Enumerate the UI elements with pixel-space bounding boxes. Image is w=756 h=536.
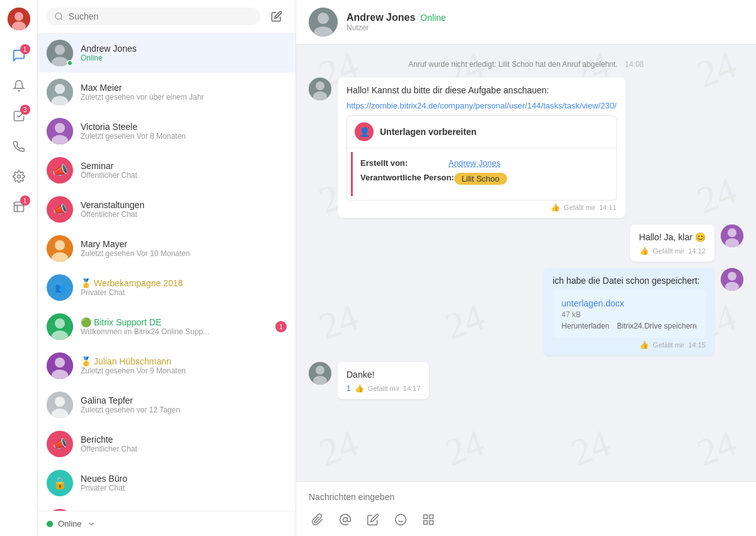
nav-icons-bar: 1 3 1 bbox=[0, 0, 38, 536]
reports-badge: 1 bbox=[20, 195, 30, 206]
search-bar[interactable] bbox=[47, 8, 260, 25]
system-message: Anruf wurde nicht erledigt: Lilit Schoo … bbox=[309, 57, 743, 71]
nav-settings-icon[interactable] bbox=[5, 163, 33, 190]
svg-point-22 bbox=[55, 318, 65, 329]
task-creator[interactable]: Andrew Jones bbox=[449, 158, 500, 168]
contact-item[interactable]: 📣 Veranstaltungen Öffentlicher Chat bbox=[38, 190, 295, 229]
file-card: unterlagen.docx 47 kB Herunterladen Bitr… bbox=[553, 290, 706, 338]
file-size: 47 kB bbox=[561, 310, 697, 319]
contact-item[interactable]: Galina Tepfer Zuletzt gesehen vor 12 Tag… bbox=[38, 385, 295, 424]
file-download[interactable]: Herunterladen bbox=[561, 322, 609, 330]
message-text: Hallo! Kannst du bitte dir diese Aufgabe… bbox=[346, 84, 617, 97]
avatar: 📣 bbox=[47, 431, 73, 457]
like-label: Gefällt mir bbox=[653, 247, 684, 255]
svg-point-7 bbox=[55, 13, 62, 19]
nav-bell-icon[interactable] bbox=[5, 72, 33, 100]
chat-messages: Anruf wurde nicht erledigt: Lilit Schoo … bbox=[296, 45, 756, 481]
message-meta: 👍 Gefällt mir 14:12 bbox=[639, 247, 706, 255]
contact-item[interactable]: 👥 🥇 Werbekampagne 2018 Privater Chat bbox=[38, 268, 295, 307]
chat-header-avatar bbox=[309, 8, 338, 37]
svg-point-10 bbox=[55, 45, 65, 55]
svg-rect-49 bbox=[424, 515, 428, 519]
contact-item[interactable]: Mary Mayer Zuletzt gesehen Vor 10 Monate… bbox=[38, 229, 295, 268]
nav-tasks-icon[interactable]: 3 bbox=[5, 102, 33, 130]
edit-icon[interactable] bbox=[364, 511, 382, 528]
avatar bbox=[47, 352, 73, 379]
contact-status: Willkommen im Bitrix24 Online Supp... bbox=[81, 327, 268, 336]
contact-status: Zuletzt gesehen Vor 9 Monaten bbox=[81, 366, 287, 375]
contact-list: Andrew Jones Online Max Meier Zuletzt ge… bbox=[38, 33, 295, 511]
svg-point-37 bbox=[728, 228, 736, 237]
contact-name: Victoria Steele bbox=[81, 122, 287, 132]
nav-user-avatar[interactable] bbox=[5, 6, 33, 34]
contact-item[interactable]: Andrew Jones Online bbox=[38, 33, 295, 73]
message-link[interactable]: https://zombie.bitrix24.de/company/perso… bbox=[346, 101, 617, 110]
contact-status: Öffentlicher Chat bbox=[81, 210, 287, 219]
search-icon bbox=[54, 11, 64, 21]
message-input[interactable] bbox=[309, 489, 743, 504]
nav-phone-icon[interactable] bbox=[5, 132, 33, 160]
contact-item[interactable]: 📣 Seminar Öffentlicher Chat bbox=[38, 151, 295, 190]
contact-status: Zuletzt gesehen Vor 8 Monaten bbox=[81, 132, 287, 141]
file-actions: Herunterladen Bitrix24.Drive speichern bbox=[561, 322, 697, 330]
emoji-icon[interactable] bbox=[392, 511, 410, 528]
avatar-wrap bbox=[47, 40, 73, 66]
message-avatar bbox=[721, 268, 743, 291]
contact-item[interactable]: 🟢 Bitrix Support DE Willkommen im Bitrix… bbox=[38, 307, 295, 346]
svg-rect-51 bbox=[430, 521, 433, 525]
avatar bbox=[47, 392, 73, 418]
message-content: ich habe die Datei schon gespeichert: un… bbox=[544, 268, 714, 356]
svg-rect-50 bbox=[430, 515, 433, 519]
svg-point-31 bbox=[318, 13, 329, 24]
sidebar: Andrew Jones Online Max Meier Zuletzt ge… bbox=[38, 0, 296, 536]
contact-info: Andrew Jones Online bbox=[81, 44, 287, 62]
sidebar-footer: Online bbox=[38, 511, 295, 536]
grid-icon[interactable] bbox=[420, 511, 437, 528]
attachment-icon[interactable] bbox=[309, 511, 326, 528]
contact-status: Privater Chat bbox=[81, 484, 287, 492]
online-dot bbox=[47, 521, 53, 527]
contact-item[interactable]: Victoria Steele Zuletzt gesehen Vor 8 Mo… bbox=[38, 112, 295, 151]
like-count: 1 bbox=[346, 384, 351, 393]
svg-point-40 bbox=[728, 272, 736, 281]
contact-name: Berichte bbox=[81, 434, 287, 445]
message-text: Danke! bbox=[346, 368, 420, 382]
svg-line-8 bbox=[60, 18, 62, 20]
like-label: Gefällt mir bbox=[564, 204, 595, 211]
file-name-link[interactable]: unterlagen.docx bbox=[561, 298, 624, 308]
like-icon[interactable]: 👍 bbox=[639, 247, 649, 255]
nav-reports-icon[interactable]: 1 bbox=[5, 193, 33, 221]
contact-item[interactable]: 🥇 Julian Hübschmann Zuletzt gesehen Vor … bbox=[38, 346, 295, 385]
task-title: Unterlagen vorbereiten bbox=[380, 127, 476, 137]
user-avatar-image bbox=[8, 8, 30, 30]
compose-button[interactable] bbox=[266, 6, 287, 26]
message-content: Hallo! Kannst du bitte dir diese Aufgabe… bbox=[338, 78, 626, 218]
chat-header-name: Andrew Jones Online bbox=[346, 12, 743, 23]
contact-item[interactable]: 📣 Berichte Öffentlicher Chat bbox=[38, 424, 295, 463]
mention-icon[interactable] bbox=[336, 511, 354, 528]
contact-status: Online bbox=[81, 54, 287, 62]
contact-item[interactable]: 🔒 Neues Büro Privater Chat bbox=[38, 463, 295, 503]
task-assignee-badge[interactable]: Lilit Schoo bbox=[454, 173, 507, 185]
avatar bbox=[47, 313, 73, 340]
contact-name: Galina Tepfer bbox=[81, 395, 287, 405]
nav-chat-icon[interactable]: 1 bbox=[5, 42, 33, 69]
contact-item[interactable]: Max Meier Zuletzt gesehen vor über einem… bbox=[38, 73, 295, 112]
like-icon[interactable]: 👍 bbox=[551, 203, 560, 212]
contact-status: Zuletzt gesehen vor 12 Tagen bbox=[81, 405, 287, 414]
contact-info: Max Meier Zuletzt gesehen vor über einem… bbox=[81, 83, 287, 102]
contact-status: Privater Chat bbox=[81, 288, 287, 297]
avatar: 📣 bbox=[47, 196, 73, 223]
file-save-drive[interactable]: Bitrix24.Drive speichern bbox=[617, 322, 697, 330]
chevron-down-icon[interactable] bbox=[87, 520, 96, 528]
contact-status: Zuletzt gesehen Vor 10 Monaten bbox=[81, 249, 287, 258]
message-row: Danke! 1 👍 Gefällt mir 14:17 bbox=[309, 362, 743, 399]
contact-info: Galina Tepfer Zuletzt gesehen vor 12 Tag… bbox=[81, 395, 287, 414]
like-icon[interactable]: 👍 bbox=[355, 384, 364, 393]
svg-point-13 bbox=[55, 84, 65, 94]
contact-item[interactable]: 📣 Webinar Öffentlicher Chat bbox=[38, 503, 295, 511]
message-time: 14:12 bbox=[688, 247, 706, 255]
search-input[interactable] bbox=[69, 11, 253, 21]
svg-point-28 bbox=[55, 397, 65, 407]
like-icon[interactable]: 👍 bbox=[639, 341, 649, 349]
